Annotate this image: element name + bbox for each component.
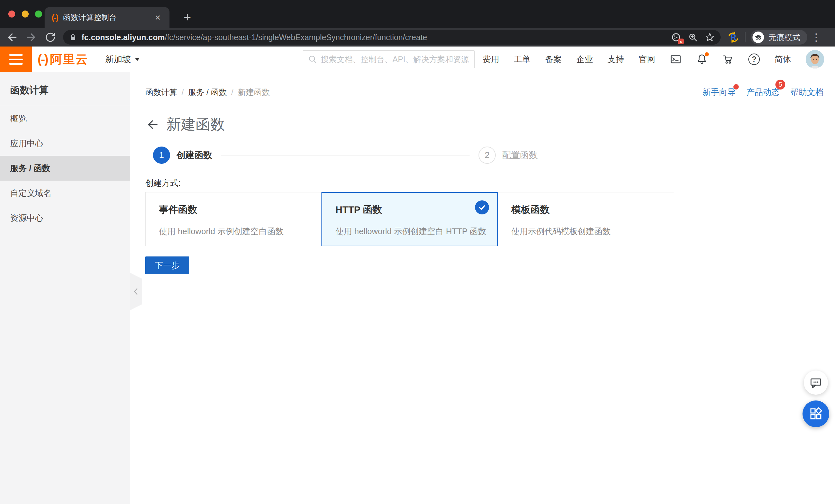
back-icon (6, 32, 18, 43)
forward-icon (25, 32, 37, 43)
incognito-badge: 无痕模式 (751, 30, 807, 45)
tab-close-icon[interactable]: × (153, 12, 162, 23)
stepper: 1 创建函数 2 配置函数 (153, 146, 538, 164)
forward-button[interactable] (24, 30, 38, 44)
reload-button[interactable] (43, 30, 57, 44)
breadcrumb-item-current: 新建函数 (238, 87, 270, 98)
global-search[interactable] (303, 51, 475, 68)
close-window-button[interactable] (8, 11, 15, 18)
zoom-page-button[interactable] (688, 33, 698, 42)
bookmark-button[interactable] (705, 32, 715, 42)
quick-apps-button[interactable] (802, 401, 829, 427)
chevron-left-icon (132, 287, 140, 296)
notification-dot (705, 52, 709, 56)
minimize-window-button[interactable] (22, 11, 29, 18)
news-count-badge: 5 (775, 80, 785, 89)
selected-check-icon (475, 200, 489, 215)
reload-icon (45, 32, 56, 43)
sidebar-item-custom-domain[interactable]: 自定义域名 (0, 181, 130, 205)
topnav-menu-item[interactable]: 企业 (576, 54, 593, 65)
tab-title: 函数计算控制台 (63, 13, 153, 23)
address-bar[interactable]: fc.console.aliyun.com/fc/service/ap-sout… (63, 30, 721, 45)
terminal-icon (670, 54, 681, 65)
extension-letter: R (731, 33, 736, 42)
card-description: 使用示例代码模板创建函数 (511, 226, 674, 237)
hamburger-icon (9, 54, 23, 56)
breadcrumb-item[interactable]: 函数计算 (145, 87, 177, 98)
topnav-menu-item[interactable]: 支持 (608, 54, 624, 65)
lock-icon (69, 33, 77, 41)
language-switcher[interactable]: 简体 (774, 54, 791, 65)
topnav-menu-item[interactable]: 官网 (639, 54, 655, 65)
browser-toolbar: fc.console.aliyun.com/fc/service/ap-sout… (0, 28, 835, 46)
avatar[interactable] (806, 50, 824, 68)
region-label: 新加坡 (105, 54, 131, 65)
sidebar: 函数计算 概览 应用中心 服务 / 函数 自定义域名 资源中心 (0, 72, 130, 504)
card-description: 使用 helloworld 示例创建空白函数 (159, 226, 322, 237)
next-step-button[interactable]: 下一步 (145, 257, 189, 274)
create-mode-label: 创建方式: (145, 178, 181, 188)
feedback-chat-button[interactable] (804, 370, 828, 395)
aliyun-logo[interactable]: (-) 阿里云 (38, 46, 88, 72)
sidebar-item-service-function[interactable]: 服务 / 函数 (0, 156, 130, 181)
extension-button[interactable]: R (727, 31, 740, 44)
card-template-function[interactable]: 模板函数 使用示例代码模板创建函数 (497, 192, 674, 246)
favicon: (-) (52, 13, 58, 23)
magnifier-icon (688, 33, 698, 42)
cookies-blocked-button[interactable]: x (671, 32, 681, 42)
url-path: /fc/service/ap-southeast-1/singleWebExam… (165, 33, 427, 42)
topnav-menu-item[interactable]: 工单 (514, 54, 530, 65)
star-icon (705, 32, 715, 42)
beginner-guide-link[interactable]: 新手向导 (702, 87, 736, 98)
url-text: fc.console.aliyun.com/fc/service/ap-sout… (82, 33, 427, 42)
window-controls[interactable] (8, 11, 42, 18)
region-selector[interactable]: 新加坡 (105, 46, 140, 72)
guide-notification-dot (733, 84, 739, 89)
browser-menu-button[interactable]: ⋮ (811, 31, 821, 43)
cart-icon (722, 54, 734, 65)
cookie-blocked-badge: x (678, 39, 684, 44)
breadcrumb-separator: / (182, 87, 184, 97)
products-menu-button[interactable] (0, 46, 32, 72)
sidebar-item-overview[interactable]: 概览 (0, 106, 130, 131)
step-1-label: 创建函数 (177, 149, 212, 161)
aliyun-logo-text: 阿里云 (50, 51, 88, 67)
chat-bubble-icon (809, 376, 822, 389)
help-docs-link[interactable]: 帮助文档 (790, 87, 823, 98)
step-1-circle: 1 (153, 146, 170, 164)
search-input[interactable] (321, 55, 469, 64)
product-news-link[interactable]: 产品动态5 (747, 87, 779, 98)
back-button[interactable] (5, 30, 19, 44)
url-host: fc.console.aliyun.com (82, 33, 165, 42)
breadcrumb: 函数计算 / 服务 / 函数 / 新建函数 (145, 87, 270, 98)
sidebar-item-resource-center[interactable]: 资源中心 (0, 205, 130, 230)
back-arrow-button[interactable] (145, 118, 159, 131)
app-grid-icon (809, 407, 823, 421)
sidebar-item-app-center[interactable]: 应用中心 (0, 131, 130, 156)
chevron-down-icon (135, 58, 140, 61)
stepper-connector (221, 155, 470, 156)
sidebar-collapse-handle[interactable] (130, 273, 142, 310)
card-title: HTTP 函数 (335, 203, 497, 216)
topnav-menu-item[interactable]: 备案 (545, 54, 562, 65)
card-http-function[interactable]: HTTP 函数 使用 helloworld 示例创建空白 HTTP 函数 (322, 192, 498, 246)
help-icon: ? (748, 54, 760, 65)
browser-tab-strip: (-) 函数计算控制台 × + (0, 0, 835, 28)
cloudshell-button[interactable] (670, 54, 681, 65)
zoom-window-button[interactable] (35, 11, 42, 18)
new-tab-button[interactable]: + (178, 8, 196, 26)
avatar-face (806, 50, 824, 68)
breadcrumb-separator: / (231, 87, 233, 97)
toolbar-divider (745, 32, 746, 42)
breadcrumb-item[interactable]: 服务 / 函数 (188, 87, 227, 98)
browser-tab[interactable]: (-) 函数计算控制台 × (45, 7, 169, 28)
card-event-function[interactable]: 事件函数 使用 helloworld 示例创建空白函数 (145, 192, 322, 246)
notifications-button[interactable] (696, 54, 708, 65)
main-content: 函数计算 / 服务 / 函数 / 新建函数 新手向导 产品动态5 帮助文档 新建… (130, 72, 835, 504)
aliyun-logo-mark: (-) (38, 52, 47, 66)
cart-button[interactable] (722, 54, 734, 65)
card-title: 事件函数 (159, 203, 322, 216)
incognito-icon (753, 32, 764, 43)
help-button[interactable]: ? (748, 54, 760, 65)
topnav-menu-item[interactable]: 费用 (483, 54, 499, 65)
